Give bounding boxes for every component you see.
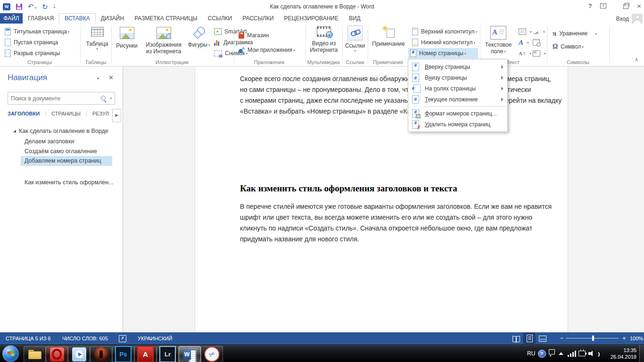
- tab-design[interactable]: ДИЗАЙН: [96, 13, 129, 24]
- tray-power-icon[interactable]: [578, 351, 586, 356]
- screenshot-icon: [214, 50, 222, 57]
- signature-line-button[interactable]: [531, 26, 547, 37]
- menu-item-top-of-page[interactable]: # Вверху страницы: [408, 61, 507, 72]
- zoom-in-button[interactable]: +: [622, 335, 626, 342]
- read-mode-button[interactable]: [510, 333, 522, 344]
- blank-page-button[interactable]: Пустая страница: [3, 37, 60, 48]
- search-options-caret-icon[interactable]: ▾: [110, 97, 112, 100]
- taskbar-snipping-tool-button[interactable]: ✂: [201, 346, 223, 362]
- document-page[interactable]: Скорее всего после создания оглавления в…: [195, 66, 568, 332]
- user-avatar[interactable]: [632, 14, 643, 24]
- tab-view[interactable]: ВИД: [344, 13, 366, 24]
- nav-heading-item-selected[interactable]: Добавляем номера страниц: [25, 156, 101, 166]
- collapse-triangle-icon[interactable]: [13, 130, 16, 132]
- nav-heading-item[interactable]: Делаем заголовки: [25, 137, 74, 147]
- object-button[interactable]: [531, 48, 548, 58]
- header-button[interactable]: Верхний колонтитул: [410, 26, 479, 37]
- shapes-button[interactable]: Фигуры: [187, 27, 211, 49]
- taskbar-explorer-button[interactable]: [24, 346, 46, 362]
- proofing-status-icon[interactable]: ✗: [119, 335, 126, 342]
- nav-heading-item[interactable]: Как изменить стиль оформлен...: [25, 178, 114, 188]
- nav-heading-item[interactable]: Создаём само оглавление: [25, 147, 97, 156]
- equation-button[interactable]: πУравнение: [551, 28, 610, 39]
- nav-heading-item[interactable]: Как сделать оглавление в Ворде: [19, 126, 108, 136]
- menu-item-bottom-of-page[interactable]: # Внизу страницы: [408, 72, 507, 83]
- web-layout-button[interactable]: [537, 333, 549, 344]
- tab-review[interactable]: РЕЦЕНЗИРОВАНИЕ: [279, 13, 344, 24]
- snipping-tool-icon: ✂: [204, 346, 220, 362]
- online-pictures-icon: [157, 27, 171, 39]
- table-button[interactable]: Таблица ▾: [84, 27, 110, 51]
- taskbar-opera-button[interactable]: [46, 346, 68, 362]
- tab-home[interactable]: ГЛАВНАЯ: [23, 13, 59, 24]
- document-text-line: В перечне стилей имеются уже готовые вар…: [240, 203, 552, 210]
- tray-language-indicator[interactable]: RU: [527, 350, 535, 357]
- footer-button[interactable]: Нижний колонтитул: [410, 37, 479, 48]
- start-button[interactable]: [2, 346, 19, 362]
- page-number-button[interactable]: Номер страницы: [408, 48, 478, 58]
- online-pictures-button[interactable]: Изображения из Интернета: [141, 27, 186, 55]
- tab-file[interactable]: ФАЙЛ: [0, 13, 23, 24]
- symbol-button[interactable]: ΩСимвол: [551, 41, 586, 52]
- taskbar-media-player-button[interactable]: [68, 346, 90, 362]
- store-button[interactable]: Магазин: [237, 30, 271, 41]
- status-page-indicator[interactable]: СТРАНИЦА 5 ИЗ 6: [6, 336, 51, 341]
- navigation-pane-title: Навигация: [8, 73, 47, 82]
- tray-network-icon[interactable]: [568, 350, 576, 357]
- menu-item-current-position[interactable]: # Текущее положение: [408, 94, 507, 105]
- links-button[interactable]: Ссылки ▾: [344, 25, 366, 53]
- menu-item-format-page-numbers[interactable]: # Формат номеров страниц...: [408, 108, 507, 119]
- status-language[interactable]: УКРАИНСКИЙ: [138, 336, 172, 341]
- taskbar-word-button[interactable]: [179, 346, 201, 362]
- menu-item-page-margins[interactable]: # На полях страницы: [408, 83, 507, 94]
- zoom-level[interactable]: 100%: [630, 336, 643, 341]
- restore-button[interactable]: [623, 4, 628, 9]
- nav-tab-headings[interactable]: ЗАГОЛОВКИ: [8, 111, 40, 116]
- sign-in-link[interactable]: Вход: [616, 16, 629, 22]
- tray-volume-icon[interactable]: [588, 350, 597, 357]
- wordart-button[interactable]: A: [517, 37, 531, 48]
- pictures-button[interactable]: Рисунки: [113, 27, 140, 49]
- status-word-count[interactable]: ЧИСЛО СЛОВ: 605: [62, 336, 108, 341]
- nav-tab-pages[interactable]: СТРАНИЦЫ: [51, 111, 81, 116]
- comment-button[interactable]: Примечание: [371, 26, 406, 47]
- zoom-out-button[interactable]: −: [560, 335, 564, 342]
- navigation-pane: Навигация ▾ ✕ ▾ ЗАГОЛОВКИ СТРАНИЦЫ РЕЗУЛ…: [0, 66, 123, 332]
- tab-insert[interactable]: ВСТАВКА: [59, 13, 96, 24]
- print-layout-button[interactable]: [523, 333, 536, 344]
- tab-page-layout[interactable]: РАЗМЕТКА СТРАНИЦЫ: [129, 13, 203, 24]
- status-bar: СТРАНИЦА 5 ИЗ 6 ЧИСЛО СЛОВ: 605 ✗ УКРАИН…: [0, 332, 644, 345]
- taskbar-photoshop-button[interactable]: Ps: [112, 346, 134, 362]
- nav-tabs-scroll-button[interactable]: ▶: [112, 109, 121, 122]
- window-controls: ? ↑ ×: [588, 2, 641, 9]
- cover-page-button[interactable]: Титульная страница: [3, 26, 72, 37]
- page-break-button[interactable]: Разрыв страницы: [3, 48, 62, 58]
- tray-window-icon[interactable]: [549, 349, 555, 354]
- zoom-slider-thumb[interactable]: [592, 336, 594, 341]
- close-button[interactable]: ×: [637, 2, 641, 9]
- tab-references[interactable]: ССЫЛКИ: [203, 13, 237, 24]
- taskbar-lightroom-button[interactable]: Lr: [157, 346, 179, 362]
- nav-tab-results[interactable]: РЕЗУЛ: [92, 111, 109, 116]
- navigation-options-caret-icon[interactable]: ▾: [97, 76, 99, 81]
- collapse-ribbon-button[interactable]: ∧: [635, 57, 638, 63]
- taskbar-acrobat-button[interactable]: A: [134, 346, 157, 362]
- online-video-button[interactable]: Видео из Интернета: [306, 26, 341, 53]
- zoom-slider[interactable]: [566, 338, 619, 338]
- tray-show-hidden-icons-button[interactable]: [559, 352, 563, 355]
- tray-clock[interactable]: 13:35 26.04.2018: [599, 347, 636, 360]
- date-time-button[interactable]: [531, 37, 542, 48]
- help-button[interactable]: ?: [588, 3, 592, 9]
- search-input[interactable]: [8, 95, 100, 102]
- group-label-pages: Страницы: [0, 59, 79, 65]
- my-apps-button[interactable]: Мои приложения: [237, 45, 297, 55]
- tray-help-icon[interactable]: ?: [538, 350, 546, 358]
- show-desktop-button[interactable]: [639, 345, 644, 362]
- navigation-close-icon[interactable]: ✕: [108, 74, 114, 81]
- text-box-button[interactable]: A Текстовое поле: [484, 26, 513, 55]
- tab-mailings[interactable]: РАССЫЛКИ: [237, 13, 279, 24]
- ribbon-display-options-button[interactable]: ↑: [600, 3, 606, 8]
- search-icon[interactable]: [100, 95, 107, 102]
- taskbar-music-app-button[interactable]: [90, 346, 112, 362]
- menu-item-remove-page-numbers[interactable]: # Удалить номера страниц: [408, 119, 507, 130]
